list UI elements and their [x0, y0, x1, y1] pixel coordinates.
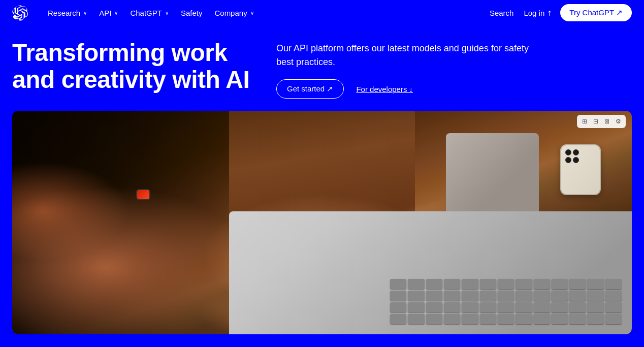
key [534, 279, 550, 289]
for-developers-link[interactable]: For developers ↓ [356, 85, 413, 93]
toolbar-icon-1[interactable]: ⊞ [580, 117, 589, 126]
navbar: Research ∨ API ∨ ChatGPT ∨ Safety Compan… [0, 0, 644, 25]
nav-links: Research ∨ API ∨ ChatGPT ∨ Safety Compan… [43, 6, 259, 20]
key [498, 291, 514, 301]
key [552, 279, 568, 289]
gear-icon[interactable]: ⚙ [614, 117, 623, 126]
key [444, 302, 460, 312]
key [534, 314, 550, 324]
camera-lens-3 [565, 157, 571, 163]
key [605, 314, 622, 324]
key [605, 302, 622, 312]
key [390, 314, 406, 324]
key [390, 279, 406, 289]
hero-title: Transforming work and creativity with AI [12, 40, 256, 93]
key [587, 279, 603, 289]
key [390, 291, 406, 301]
key [569, 302, 586, 312]
nav-item-company[interactable]: Company ∨ [209, 6, 259, 20]
red-watch [136, 189, 150, 200]
toolbar-icon-3[interactable]: ⊠ [602, 117, 611, 126]
navbar-right: Search Log in ↗ Try ChatGPT ↗ [488, 4, 632, 21]
toolbar-icon-2[interactable]: ⊟ [591, 117, 600, 126]
key [426, 302, 442, 312]
key [587, 314, 603, 324]
key [444, 314, 460, 324]
camera-lens-4 [573, 157, 579, 163]
key [390, 302, 406, 312]
key [480, 302, 496, 312]
key [408, 314, 424, 324]
key [462, 314, 478, 324]
key [552, 302, 568, 312]
phone-camera [565, 149, 579, 163]
key [534, 291, 550, 301]
key [462, 291, 478, 301]
hero-section: Transforming work and creativity with AI… [0, 25, 644, 111]
key [516, 291, 532, 301]
key [408, 279, 424, 289]
key [516, 279, 532, 289]
key [569, 291, 586, 301]
logo-link[interactable] [12, 5, 28, 21]
key [605, 291, 622, 301]
chevron-down-icon: ∨ [83, 10, 87, 16]
laptop-device [229, 211, 632, 334]
camera-lens-2 [573, 149, 579, 155]
key [444, 291, 460, 301]
chevron-down-icon: ∨ [114, 10, 118, 16]
key [498, 314, 514, 324]
sofa-area [446, 133, 539, 223]
key [444, 279, 460, 289]
phone-device [560, 144, 601, 195]
nav-item-safety[interactable]: Safety [176, 6, 208, 20]
key [480, 279, 496, 289]
nav-item-api[interactable]: API ∨ [94, 6, 123, 20]
key [408, 291, 424, 301]
hero-buttons: Get started ↗ For developers ↓ [276, 79, 632, 99]
key [569, 279, 586, 289]
login-button[interactable]: Log in ↗ [524, 9, 552, 17]
hero-description: Our API platform offers our latest model… [276, 42, 540, 69]
chevron-down-icon: ∨ [250, 10, 254, 16]
key [480, 314, 496, 324]
camera-lens-1 [565, 149, 571, 155]
hero-left: Transforming work and creativity with AI [12, 40, 256, 93]
key [552, 314, 568, 324]
search-button[interactable]: Search [488, 6, 516, 20]
key [587, 302, 603, 312]
hero-image: ⊞ ⊟ ⊠ ⚙ [12, 111, 632, 334]
try-chatgpt-button[interactable]: Try ChatGPT ↗ [560, 4, 632, 21]
key [408, 302, 424, 312]
key [426, 314, 442, 324]
key [462, 302, 478, 312]
nav-item-research[interactable]: Research ∨ [43, 6, 92, 20]
key [552, 291, 568, 301]
key [534, 302, 550, 312]
key [480, 291, 496, 301]
chevron-down-icon: ∨ [165, 10, 169, 16]
key [516, 302, 532, 312]
key [569, 314, 586, 324]
image-section: ⊞ ⊟ ⊠ ⚙ [0, 111, 644, 334]
get-started-button[interactable]: Get started ↗ [276, 79, 344, 99]
hero-right: Our API platform offers our latest model… [276, 40, 632, 99]
image-toolbar: ⊞ ⊟ ⊠ ⚙ [577, 115, 626, 128]
key [605, 279, 622, 289]
nav-item-chatgpt[interactable]: ChatGPT ∨ [125, 6, 174, 20]
keyboard-area [385, 274, 627, 329]
key [498, 279, 514, 289]
key [498, 302, 514, 312]
arrow-icon: ↗ [545, 8, 554, 17]
navbar-left: Research ∨ API ∨ ChatGPT ∨ Safety Compan… [12, 5, 259, 21]
key [587, 291, 603, 301]
key [516, 314, 532, 324]
key [426, 279, 442, 289]
key [426, 291, 442, 301]
key [462, 279, 478, 289]
openai-logo-icon [12, 5, 28, 21]
